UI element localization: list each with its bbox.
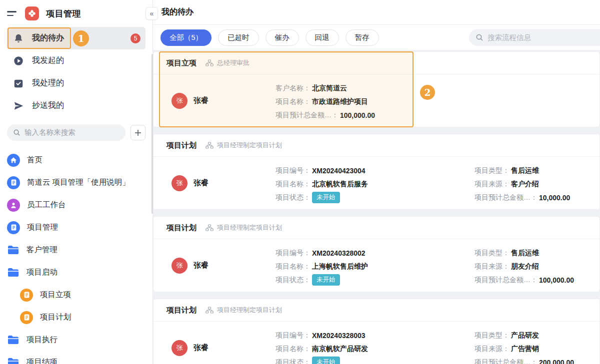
field-value: 售后运维 [511,249,539,258]
field-row: 项目编号：XM20240423004 [276,164,368,177]
field-value: 广告营销 [511,345,539,354]
page-title: 我的待办 [162,7,194,17]
card-fields-left: 项目编号：XM20240328002项目名称：上海帆软售后维护项目状态：未开始 [276,246,368,287]
folder-icon [7,245,20,255]
card-header: 项目计划项目经理制定项目计划 [154,299,600,322]
todo-card[interactable]: 项目计划项目经理制定项目计划张张睿项目编号：XM20240328003项目名称：… [153,299,600,364]
field-row: 客户名称：北京简道云 [276,81,375,95]
sidebar-link[interactable]: 项目启动 [0,261,152,284]
sidebar-link[interactable]: 项目计划 [0,306,152,329]
sidebar-item-send[interactable]: 抄送我的 [7,94,146,117]
sidebar-item-label: 我的待办 [32,33,64,43]
app-logo-icon[interactable] [25,6,39,20]
sidebar-link-label: 项目管理 [27,222,58,233]
sidebar-link[interactable]: 项目执行 [0,329,152,351]
card-body: 张张睿项目编号：XM20240328003项目名称：南京帆软产品研发项目状态：未… [154,322,600,364]
filter-tab-all[interactable]: 全部（5） [160,29,212,46]
field-value: 北京帆软售后服务 [312,180,368,189]
field-value: 200,000.00 [539,359,574,364]
doc-icon [7,221,20,234]
card-flow-node: 总经理审批 [217,58,250,67]
field-row: 项目预计总金额…：100,000.00 [276,108,375,122]
status-badge: 未开始 [312,357,340,364]
play-icon [13,55,24,66]
sidebar-header: 项目管理 [0,0,152,27]
todo-card-list: 项目立项总经理审批张张睿客户名称：北京简道云项目名称：市政道路维护项目项目预计总… [153,50,600,364]
field-label: 项目名称： [276,262,310,271]
avatar: 张 [172,258,188,274]
sidebar-link[interactable]: 简道云 项目管理「使用说明」 [0,171,152,194]
org-chart-icon [206,307,214,314]
field-row: 项目状态：未开始 [276,273,368,287]
menu-icon[interactable] [7,9,18,18]
card-fields-right: 项目类型：售后运维项目来源：朋友介绍项目预计总金额…：100,000.00 [474,246,574,287]
doc-icon [20,311,33,324]
assignee-name: 张睿 [194,261,208,270]
field-value: 南京帆软产品研发 [312,345,368,354]
sidebar-link[interactable]: 员工工作台 [0,194,152,216]
card-flow-node: 项目经理制定项目计划 [217,223,282,232]
field-label: 项目编号： [276,331,310,340]
status-badge: 未开始 [312,274,340,286]
todo-card[interactable]: 项目立项总经理审批张张睿客户名称：北京简道云项目名称：市政道路维护项目项目预计总… [153,51,600,127]
sidebar-links: 首页简道云 项目管理「使用说明」员工工作台项目管理客户管理项目启动项目立项项目计… [0,149,152,364]
sidebar-link[interactable]: 首页 [0,149,152,171]
app-title: 项目管理 [46,8,81,19]
card-body: 张张睿客户名称：北京简道云项目名称：市政道路维护项目项目预计总金额…：100,0… [154,74,600,127]
card-title: 项目计划 [166,223,196,233]
collapse-sidebar-button[interactable]: « [146,7,158,20]
org-chart-icon [206,224,214,231]
field-row: 项目类型：售后运维 [474,164,570,177]
field-label: 项目来源： [474,262,510,271]
filter-tab[interactable]: 回退 [306,29,339,46]
inbox-check-icon [13,78,24,89]
field-row: 项目预计总金额…：10,000.00 [474,191,570,204]
field-label: 客户名称： [276,84,310,93]
add-button[interactable] [130,125,146,140]
todo-card[interactable]: 项目计划项目经理制定项目计划张张睿项目编号：XM20240328002项目名称：… [153,216,600,292]
field-row: 项目预计总金额…：100,000.00 [474,273,574,287]
card-title: 项目计划 [166,306,196,315]
sidebar-link-label: 首页 [27,155,42,165]
assignee: 张张睿 [172,258,208,274]
sidebar-link[interactable]: 项目管理 [0,216,152,239]
sidebar-link-label: 员工工作台 [27,200,66,210]
card-header: 项目计划项目经理制定项目计划 [154,134,600,157]
sidebar-item-label: 我处理的 [32,78,64,88]
sidebar-link-label: 客户管理 [26,245,58,255]
sidebar-link[interactable]: 项目立项 [0,284,152,306]
annotation-badge-2: 2 [420,85,435,100]
field-value: 客户介绍 [511,180,539,189]
field-value: 100,000.00 [539,276,574,284]
card-fields-left: 客户名称：北京简道云项目名称：市政道路维护项目项目预计总金额…：100,000.… [276,81,375,122]
field-row: 项目名称：市政道路维护项目 [276,95,375,108]
sidebar-link[interactable]: 客户管理 [0,239,152,261]
folder-icon [7,267,20,278]
assignee-name: 张睿 [194,96,208,105]
folder-icon [7,357,20,364]
sidebar-item-play[interactable]: 我发起的 [7,49,146,72]
sidebar-item-label: 抄送我的 [32,100,64,111]
sidebar-item-inbox-check[interactable]: 我处理的 [7,72,146,94]
flow-search-input[interactable]: 搜索流程信息 [469,29,600,46]
card-header: 项目计划项目经理制定项目计划 [154,217,600,239]
avatar: 张 [172,175,188,191]
sidebar-search-input[interactable]: 输入名称来搜索 [7,124,126,141]
filter-tab[interactable]: 暂存 [346,29,379,46]
card-fields-left: 项目编号：XM20240328003项目名称：南京帆软产品研发项目状态：未开始 [276,329,368,364]
field-label: 项目预计总金额…： [474,358,538,364]
todo-card[interactable]: 项目计划项目经理制定项目计划张张睿项目编号：XM20240423004项目名称：… [153,134,600,210]
assignee: 张张睿 [172,175,208,191]
field-label: 项目类型： [474,166,510,175]
field-value: XM20240328003 [312,332,366,340]
sidebar-link[interactable]: 项目结项 [0,351,152,364]
field-label: 项目状态： [276,193,310,202]
field-row: 项目编号：XM20240328002 [276,246,368,260]
filter-bar: 全部（5） 已超时催办回退暂存 搜索流程信息 [153,25,600,50]
filter-tab[interactable]: 已超时 [218,29,259,46]
card-header: 项目立项总经理审批 [154,52,600,74]
field-row: 项目编号：XM20240328003 [276,329,368,342]
filter-tab[interactable]: 催办 [266,29,299,46]
card-body: 张张睿项目编号：XM20240328002项目名称：上海帆软售后维护项目状态：未… [154,239,600,292]
assignee: 张张睿 [172,340,208,356]
